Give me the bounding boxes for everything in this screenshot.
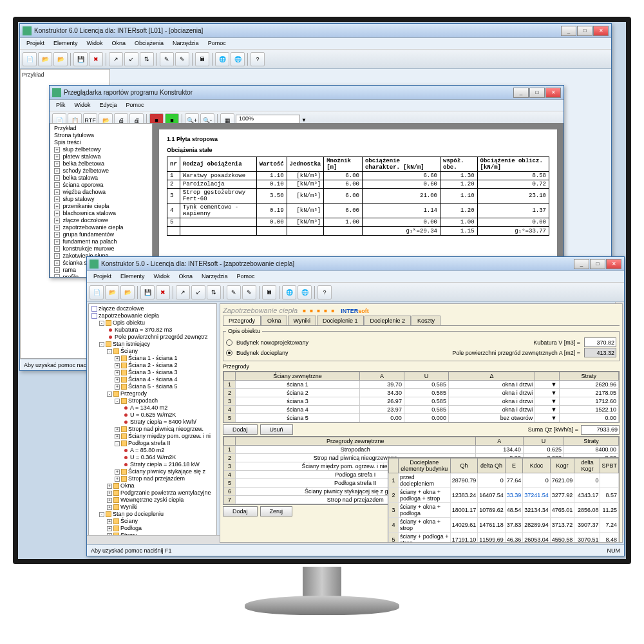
tab-przegrody[interactable]: Przegrody <box>223 316 261 325</box>
tree-item[interactable]: +Ściana 1 - ściana 1 <box>90 355 215 362</box>
tree-item[interactable]: + słup żelbetowy <box>52 146 151 153</box>
tree-item[interactable]: +Strop nad piwnicą nieogrzew. <box>90 426 215 433</box>
tree-item[interactable]: + zapotrzebowanie ciepła <box>52 224 151 231</box>
tab-okna[interactable]: Okna <box>261 316 287 325</box>
open2-icon[interactable]: 📂 <box>53 52 68 66</box>
zeruj-button[interactable]: Zeruj <box>260 506 293 516</box>
menu-okna[interactable]: Okna <box>175 272 197 281</box>
close-button[interactable]: ✕ <box>593 26 609 36</box>
tree-item[interactable]: -Stan istniejący <box>90 341 215 348</box>
tree-item[interactable]: + płatew stalowa <box>52 153 151 160</box>
tree-item[interactable]: + konstrukcje murowe <box>52 245 151 252</box>
tree-item[interactable]: zapotrzebowanie ciepła <box>90 312 215 319</box>
tree-item[interactable]: +Podłoga <box>90 525 215 532</box>
globe-icon[interactable]: 🌐 <box>215 52 229 66</box>
tool4-icon[interactable]: ✎ <box>160 52 174 66</box>
open-icon[interactable]: 📂 <box>105 285 119 299</box>
report-titlebar[interactable]: Przeglądarka raportów programu Konstrukt… <box>50 86 564 100</box>
radio-docieplany[interactable] <box>226 350 232 356</box>
tool1-icon[interactable]: ↗ <box>176 285 190 299</box>
save-icon[interactable]: 💾 <box>73 52 88 66</box>
maximize-button[interactable]: □ <box>529 88 545 98</box>
menu-pomoc[interactable]: Pomoc <box>122 101 148 109</box>
tree-item[interactable]: + słup stalowy <box>52 196 151 203</box>
tree-item[interactable]: +Wewnętrzne zyski ciepła <box>90 497 215 504</box>
save-icon[interactable]: 💾 <box>140 285 155 299</box>
menu-projekt[interactable]: Projekt <box>90 272 115 281</box>
tree-item[interactable]: +Wyniki <box>90 504 215 511</box>
tree-item[interactable]: + belka stalowa <box>52 175 151 182</box>
win2-tree[interactable]: złącze doczołowezapotrzebowanie ciepła-O… <box>88 303 217 543</box>
maximize-button[interactable]: □ <box>590 259 605 269</box>
tree-item[interactable]: Spis treści <box>52 139 151 146</box>
tree-item[interactable]: + belka żelbetowa <box>52 160 151 167</box>
tree-item[interactable]: +Ściana 5 - ściana 5 <box>90 383 215 390</box>
menu-projekt[interactable]: Projekt <box>23 39 48 48</box>
open-icon[interactable]: 📂 <box>38 52 52 66</box>
tool2-icon[interactable]: ↙ <box>191 285 205 299</box>
tree-item[interactable]: + fundament na palach <box>52 238 151 245</box>
win1-titlebar[interactable]: Konstruktor 6.0 Licencja dla: INTERsoft … <box>20 24 611 38</box>
tool5-icon[interactable]: ✎ <box>175 52 189 66</box>
tree-item[interactable]: -Podłoga strefa II <box>90 440 215 447</box>
radio-nowy[interactable] <box>226 339 232 346</box>
tool5-icon[interactable]: ✎ <box>242 285 256 299</box>
tree-item[interactable]: + przenikanie ciepła <box>52 203 151 210</box>
tree-item[interactable]: A = 85.80 m2 <box>90 447 215 454</box>
menu-elementy[interactable]: Elementy <box>117 272 149 281</box>
results-table[interactable]: Docieplane elementy budynkuQhdelta QhEKd… <box>388 458 619 543</box>
tree-item[interactable]: +Strop nad przejazdem <box>90 475 215 482</box>
tree-item[interactable]: +Ściany piwnicy stykające się z <box>90 468 215 475</box>
calc-icon[interactable]: 🖩 <box>262 285 276 299</box>
tree-item[interactable]: Straty ciepła = 2186.18 kW <box>90 461 215 468</box>
tree-item[interactable]: Przykład <box>52 125 151 132</box>
globe2-icon[interactable]: 🌐 <box>231 52 245 66</box>
new-icon[interactable]: 📄 <box>23 52 37 66</box>
tool4-icon[interactable]: ✎ <box>227 285 241 299</box>
tree-item[interactable]: +Okna <box>90 482 215 489</box>
menu-plik[interactable]: Plik <box>52 101 70 109</box>
menu-pomoc[interactable]: Pomoc <box>233 272 259 281</box>
tree-item[interactable]: + blachownica stalowa <box>52 210 151 217</box>
open2-icon[interactable]: 📂 <box>120 285 135 299</box>
win2-titlebar[interactable]: Konstruktor 5.0 - Licencja dla: INTERsof… <box>87 257 624 271</box>
tree-item[interactable]: złącze doczołowe <box>90 305 215 312</box>
report-tree[interactable]: Przykład Strona tytułowa Spis treści+ sł… <box>50 123 153 278</box>
tree-item[interactable]: -Stropodach <box>90 397 215 404</box>
maximize-button[interactable]: □ <box>577 26 592 36</box>
tool1-icon[interactable]: ↗ <box>109 52 123 66</box>
menu-narzędzia[interactable]: Narzędzia <box>198 272 232 281</box>
help-icon[interactable]: ? <box>251 52 265 66</box>
tree-item[interactable]: +Podgrzanie powietrza wentylacyjne <box>90 489 215 497</box>
minimize-button[interactable]: _ <box>561 26 576 36</box>
close-button[interactable]: ✕ <box>606 259 621 269</box>
tree-item[interactable]: +Ściany <box>90 518 215 525</box>
menu-okna[interactable]: Okna <box>108 39 130 48</box>
calc-icon[interactable]: 🖩 <box>195 52 209 66</box>
close-button[interactable]: ✕ <box>545 88 561 98</box>
tree-item[interactable]: -Opis obiektu <box>90 319 215 327</box>
menu-pomoc[interactable]: Pomoc <box>204 39 230 48</box>
tree-item[interactable]: -Przegrody <box>90 390 215 397</box>
tree-item[interactable]: -Stan po dociepleniu <box>90 511 215 518</box>
minimize-button[interactable]: _ <box>574 259 589 269</box>
tree-item[interactable]: U = 0.364 W/m2K <box>90 454 215 461</box>
tool3-icon[interactable]: ⇅ <box>207 285 221 299</box>
sciany-grid[interactable]: Ściany zewnętrzneAUΔStraty1ściana 139.70… <box>223 372 619 422</box>
tree-item[interactable]: + więźba dachowa <box>52 189 151 196</box>
tool2-icon[interactable]: ↙ <box>124 52 138 66</box>
tree-item[interactable]: + ściana oporowa <box>52 182 151 189</box>
globe-icon[interactable]: 🌐 <box>282 285 296 299</box>
new-icon[interactable]: 📄 <box>90 285 104 299</box>
tab-wyniki[interactable]: Wyniki <box>288 316 316 325</box>
dodaj-button[interactable]: Dodaj <box>223 424 258 435</box>
tab-koszty[interactable]: Koszty <box>412 316 440 325</box>
tab-docieplenie 2[interactable]: Docieplenie 2 <box>365 316 412 325</box>
tree-item[interactable]: U = 0.625 W/m2K <box>90 412 215 419</box>
menu-elementy[interactable]: Elementy <box>50 39 82 48</box>
tree-item[interactable]: +Ściana 3 - ściana 3 <box>90 369 215 376</box>
dodaj2-button[interactable]: Dodaj <box>223 506 258 516</box>
minimize-button[interactable]: _ <box>513 88 529 98</box>
scrollbar-horizontal[interactable] <box>88 535 217 543</box>
globe2-icon[interactable]: 🌐 <box>298 285 312 299</box>
